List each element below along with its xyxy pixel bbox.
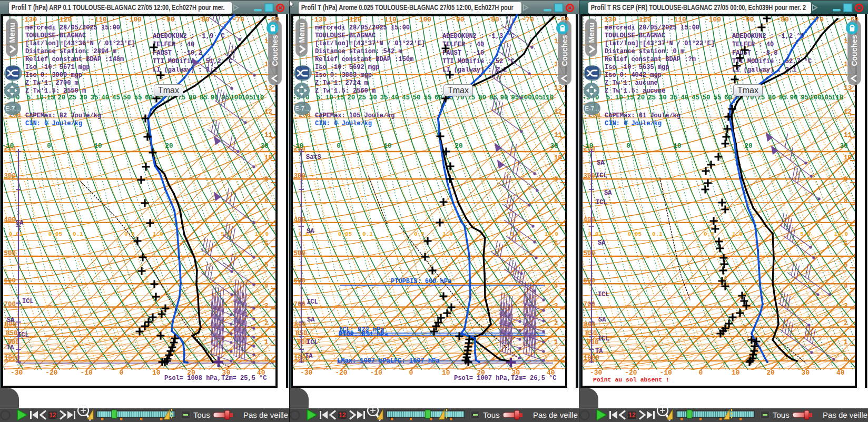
svg-text:Pas de veille: Pas de veille xyxy=(243,410,288,419)
svg-text:ADEDOKUN2 : -1,2 °C: ADEDOKUN2 : -1,2 °C xyxy=(732,33,804,40)
svg-text:SA: SA xyxy=(598,239,606,247)
svg-text:Pas de veille: Pas de veille xyxy=(533,410,578,419)
svg-text:Distance station: 542 m: Distance station: 542 m xyxy=(315,48,402,55)
svg-text:Iso 0: 3883 mgp: Iso 0: 3883 mgp xyxy=(315,72,372,79)
svg-text:CIN: 0 Joule/kg: CIN: 0 Joule/kg xyxy=(25,120,82,127)
svg-text:TOULOUSE-BLAGNAC: TOULOUSE-BLAGNAC xyxy=(25,32,86,39)
svg-text:ADEDOKUN2 : -1,9 °C: ADEDOKUN2 : -1,9 °C xyxy=(153,33,225,40)
svg-text:Point au sol absent !: Point au sol absent ! xyxy=(593,376,669,383)
svg-text:Tous: Tous xyxy=(193,410,210,419)
svg-text:SA: SA xyxy=(598,316,606,324)
svg-text:PTOP: 834 hPa: PTOP: 834 hPa xyxy=(339,331,388,338)
svg-text:SA: SA xyxy=(307,316,315,324)
svg-text:SA: SA xyxy=(597,159,605,167)
svg-text:SA: SA xyxy=(604,189,612,197)
svg-text:Z Tw'1.5: aucune: Z Tw'1.5: aucune xyxy=(605,87,665,95)
svg-text:ICL: ICL xyxy=(598,291,609,298)
svg-text:Z Tw'1: 2724 m: Z Tw'1: 2724 m xyxy=(315,79,368,87)
svg-text:TTI MODifié : 52 °C: TTI MODifié : 52 °C xyxy=(442,58,515,65)
svg-text:Iso 0: 4042 mgp: Iso 0: 4042 mgp xyxy=(605,72,662,79)
svg-text:FAUST : -10,2: FAUST : -10,2 xyxy=(153,49,202,57)
svg-text:Z Tw'1: aucune: Z Tw'1: aucune xyxy=(605,79,658,87)
svg-text:[lat/lon]=[43°37'N / 01°22'E]: [lat/lon]=[43°37'N / 01°22'E] xyxy=(605,40,715,47)
svg-text:[lat/lon]=[43°37'N / 01°22'E]: [lat/lon]=[43°37'N / 01°22'E] xyxy=(315,40,425,47)
svg-text:[lat/lon]=[43°36'N / 01°23'E]: [lat/lon]=[43°36'N / 01°23'E] xyxy=(25,40,135,47)
svg-text:TOULOUSE-BLAGNAC: TOULOUSE-BLAGNAC xyxy=(315,32,376,39)
svg-text:mercredi 28/05/2025 15:00: mercredi 28/05/2025 15:00 xyxy=(25,24,120,32)
svg-text:ICL: ICL xyxy=(22,298,34,305)
svg-text:TA: TA xyxy=(6,344,14,351)
svg-text:TELFER : 40: TELFER : 40 xyxy=(442,41,484,48)
svg-text:12: 12 xyxy=(49,411,56,419)
svg-text:ICL: ICL xyxy=(596,199,607,206)
svg-text:ICL: ICL xyxy=(596,172,607,179)
svg-text:CAPEMax: 61 Joule/kg: CAPEMax: 61 Joule/kg xyxy=(605,112,680,119)
svg-text:TA: TA xyxy=(595,348,603,355)
svg-text:Psol= 1007 hPa,T2m= 26,5 °C: Psol= 1007 hPa,T2m= 26,5 °C xyxy=(454,375,556,382)
svg-text:SA: SA xyxy=(7,317,15,324)
svg-text:ICL: ICL xyxy=(307,298,318,306)
svg-text:Z Tw'1.5: 2560 m: Z Tw'1.5: 2560 m xyxy=(315,87,376,95)
svg-text:Iso -10: 5692 mgp: Iso -10: 5692 mgp xyxy=(315,64,379,71)
svg-text:TA: TA xyxy=(305,353,313,360)
svg-text:Z Tw'1: 2706 m: Z Tw'1: 2706 m xyxy=(25,79,78,87)
svg-text:12: 12 xyxy=(628,411,636,419)
svg-text:Iso -10: 5671 mgp: Iso -10: 5671 mgp xyxy=(25,64,90,71)
svg-text:mercredi 28/05/2025 15:00: mercredi 28/05/2025 15:00 xyxy=(315,24,410,32)
svg-text:Iso -10: 5635 mgp: Iso -10: 5635 mgp xyxy=(605,64,669,71)
svg-text:Iso 0: 3909 mgp: Iso 0: 3909 mgp xyxy=(25,72,82,79)
svg-text:12: 12 xyxy=(339,411,346,419)
svg-text:CAPEMax: 82 Joule/kg: CAPEMax: 82 Joule/kg xyxy=(25,112,101,119)
svg-text:LMax: 1007 hPaLFC: 1007 hPa: LMax: 1007 hPaLFC: 1007 hPa xyxy=(337,357,439,365)
svg-text:Distance station: 2894 m: Distance station: 2894 m xyxy=(25,48,116,55)
svg-text:ICL: ICL xyxy=(17,331,29,339)
svg-text:CAPEMax: 105 Joule/kg: CAPEMax: 105 Joule/kg xyxy=(315,112,394,119)
svg-text:CIN: 0 Joule/kg: CIN: 0 Joule/kg xyxy=(315,120,372,127)
svg-text:TOULOUSE-BLAGNAC: TOULOUSE-BLAGNAC xyxy=(605,32,665,39)
svg-text:FAUST : -8,8: FAUST : -8,8 xyxy=(732,49,777,57)
svg-text:Relief constant BDAP :?m: Relief constant BDAP :?m xyxy=(605,56,696,63)
svg-text:Tous: Tous xyxy=(773,410,790,419)
svg-text:Relief constant BDAP :150m: Relief constant BDAP :150m xyxy=(315,56,413,63)
svg-text:TELFER : 40: TELFER : 40 xyxy=(153,41,194,48)
svg-text:Z Tw'1.5: 2550 m: Z Tw'1.5: 2550 m xyxy=(25,87,86,95)
svg-text:Distance station: 0 m: Distance station: 0 m xyxy=(605,48,684,55)
svg-text:Psol= 1008 hPa,T2m= 25,5 °C: Psol= 1008 hPa,T2m= 25,5 °C xyxy=(164,375,267,382)
svg-text:Tous: Tous xyxy=(483,410,500,419)
svg-text:mercredi 28/05/2025 15:00: mercredi 28/05/2025 15:00 xyxy=(605,24,699,32)
svg-text:ICL: ICL xyxy=(307,339,318,346)
svg-text:SA: SA xyxy=(16,219,24,227)
svg-text:TELFER : 40: TELFER : 40 xyxy=(732,41,774,48)
svg-text:ICL: ICL xyxy=(598,335,609,343)
svg-text:Relief constant BDAP :148m: Relief constant BDAP :148m xyxy=(25,56,124,63)
svg-text:Pas de veille: Pas de veille xyxy=(823,410,867,419)
svg-text:FAUST : -10: FAUST : -10 xyxy=(442,49,484,57)
svg-text:CIN: 0 Joule/kg: CIN: 0 Joule/kg xyxy=(605,120,662,127)
svg-text:SA: SA xyxy=(307,228,314,235)
svg-text:SatS: SatS xyxy=(306,154,321,161)
